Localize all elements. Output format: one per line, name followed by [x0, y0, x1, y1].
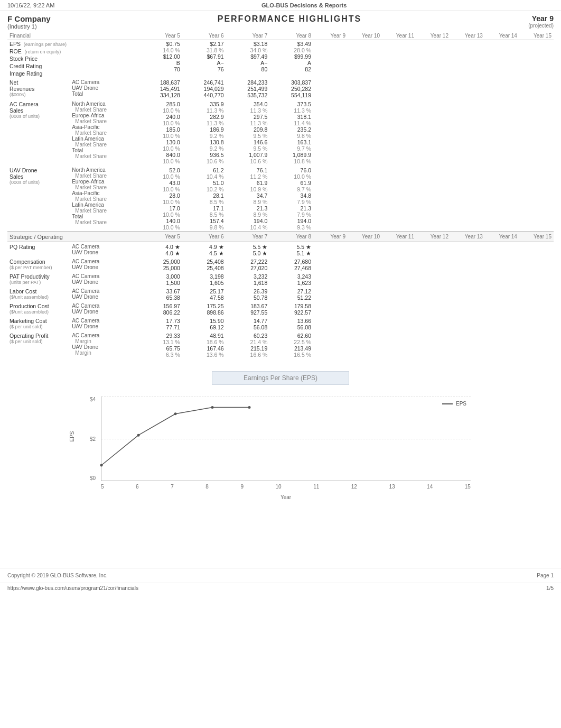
year-sublabel: (projected): [528, 23, 554, 29]
chart-legend: EPS: [456, 401, 466, 407]
credit-y5: B: [141, 60, 180, 66]
eps-y7: $3.18: [228, 41, 268, 47]
pagination: 1/5: [546, 585, 554, 591]
pat-productivity-row: PAT Productivity (units per PAT) AC Came…: [7, 272, 554, 287]
copyright: Copyright © 2019 GLO-BUS Software, Inc.: [7, 573, 108, 578]
image-y8: 82: [272, 66, 311, 72]
stock-y6: $67.91: [184, 53, 224, 60]
svg-point-4: [248, 406, 251, 409]
svg-point-1: [137, 434, 140, 437]
svg-point-2: [174, 412, 177, 415]
operating-profit-row: Operating Profit ($ per unit sold) AC Ca…: [7, 331, 554, 358]
credit-y8: A: [272, 60, 311, 66]
eps-roe-row: EPS (earnings per share) ROE (return on …: [7, 40, 554, 78]
marketing-cost-row: Marketing Cost ($ per unit sold) AC Came…: [7, 316, 554, 331]
eps-y5: $0.75: [141, 41, 180, 47]
chart-title: Earnings Per Share (EPS): [212, 371, 349, 385]
datetime: 10/16/22, 9:22 AM: [7, 2, 54, 8]
image-y7: 80: [228, 66, 268, 72]
company-name: F Company: [7, 14, 51, 23]
svg-point-3: [211, 406, 214, 409]
eps-y8: $3.49: [272, 41, 311, 47]
strategic-section-header: Strategic / Operating Year 5 Year 6 Year…: [7, 232, 554, 242]
strategic-title: Strategic / Operating: [10, 234, 63, 240]
credit-y7: A−: [228, 60, 268, 66]
x-axis-title: Year: [101, 494, 471, 500]
app-title: GLO-BUS Decisions & Reports: [261, 2, 347, 8]
production-cost-row: Production Cost ($/unit assembled) AC Ca…: [7, 301, 554, 316]
credit-y6: A−: [184, 60, 224, 66]
stock-y5: $12.00: [141, 53, 180, 60]
roe-y6: 31.8 %: [184, 47, 224, 53]
eps-y6: $2.17: [184, 41, 224, 47]
header-bar: 10/16/22, 9:22 AM GLO-BUS Decisions & Re…: [0, 0, 561, 32]
uav-drone-sales-row: UAV Drone Sales (000s of units) North Am…: [7, 165, 554, 232]
year-label: Year 9: [528, 14, 554, 23]
page-number: Page 1: [537, 573, 554, 578]
footer: Copyright © 2019 GLO-BUS Software, Inc. …: [0, 568, 561, 583]
report-title: PERFORMANCE HIGHLIGHTS: [51, 14, 529, 24]
compensation-row: Compensation ($ per PAT member) AC Camer…: [7, 257, 554, 272]
image-y5: 70: [141, 66, 180, 72]
roe-y8: 28.0 %: [272, 47, 311, 53]
ac-camera-sales-row: AC Camera Sales (000s of units) North Am…: [7, 99, 554, 165]
url: https://www.glo-bus.com/users/program21/…: [7, 585, 138, 591]
pq-rating-row: PQ Rating AC Camera UAV Drone 4.0 ★4.0 ★…: [7, 242, 554, 257]
chart-section: Earnings Per Share (EPS) EPS $4 $2 $0: [43, 371, 518, 508]
svg-point-0: [100, 464, 103, 467]
labor-cost-row: Labor Cost ($/unit assembled) AC Camera …: [7, 287, 554, 301]
stock-y8: $99.99: [272, 53, 311, 60]
url-bar: https://www.glo-bus.com/users/program21/…: [0, 583, 561, 593]
stock-y7: $97.49: [228, 53, 268, 60]
net-revenues-row: Net Revenues ($000s) AC Camera UAV Drone…: [7, 77, 554, 99]
y-axis-title: EPS: [69, 429, 75, 445]
roe-y5: 14.0 %: [141, 47, 180, 53]
roe-y7: 34.0 %: [228, 47, 268, 53]
image-y6: 76: [184, 66, 224, 72]
industry: (Industry 1): [7, 23, 51, 30]
